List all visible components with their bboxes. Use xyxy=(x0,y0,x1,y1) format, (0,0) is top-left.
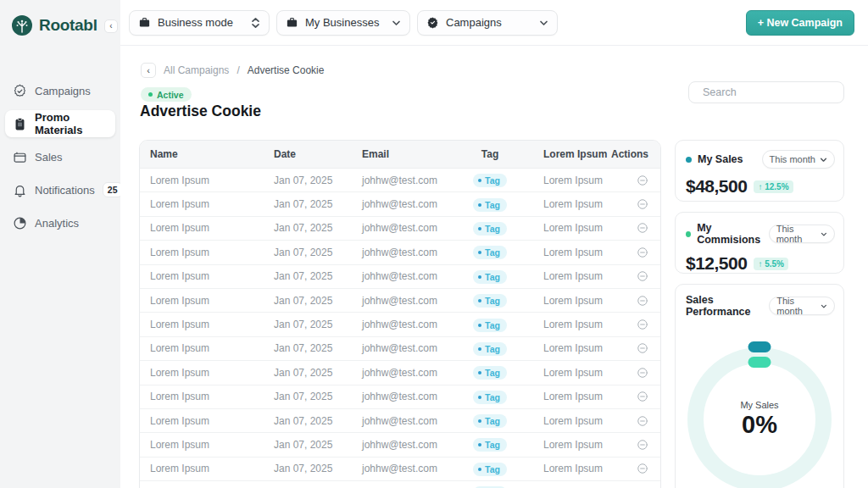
cell-date: Jan 07, 2025 xyxy=(264,439,352,451)
selector-label: My Businesses xyxy=(305,16,379,29)
new-campaign-button[interactable]: + New Campaign xyxy=(746,10,854,36)
cell-date: Jan 07, 2025 xyxy=(264,247,352,258)
row-actions-button[interactable] xyxy=(637,391,661,402)
cell-email: johhw@test.com xyxy=(352,463,453,474)
sidebar-collapse-button[interactable]: ‹ xyxy=(104,19,118,33)
bell-icon xyxy=(13,183,27,197)
my-sales-period-selector[interactable]: This month xyxy=(762,150,835,169)
cell-tag: Tag xyxy=(473,245,507,259)
table-row[interactable]: Lorem Ipsum Jan 07, 2025 johhw@test.com … xyxy=(140,265,660,289)
cell-date: Jan 07, 2025 xyxy=(264,463,352,474)
sidebar-item-analytics[interactable]: Analytics xyxy=(5,209,115,236)
column-header-tag: Tag xyxy=(481,148,498,160)
briefcase-icon xyxy=(138,16,151,29)
cell-lorem: Lorem Ipsum xyxy=(526,198,615,210)
row-actions-button[interactable] xyxy=(637,367,661,379)
table-row[interactable]: Lorem Ipsum Jan 07, 2025 johhw@test.com … xyxy=(140,217,660,241)
row-actions-button[interactable] xyxy=(637,319,661,330)
cell-lorem: Lorem Ipsum xyxy=(526,367,615,379)
notifications-count-badge: 25 xyxy=(103,182,123,197)
cell-date: Jan 07, 2025 xyxy=(264,342,352,354)
table-row[interactable]: Lorem Ipsum Jan 07, 2025 johhw@test.com … xyxy=(140,385,660,409)
search-box[interactable] xyxy=(688,81,844,103)
cell-email: johhw@test.com xyxy=(352,391,453,402)
row-actions-button[interactable] xyxy=(637,415,661,427)
table-row[interactable]: Lorem Ipsum Jan 07, 2025 johhw@test.com … xyxy=(140,241,660,264)
tag-label: Tag xyxy=(485,464,500,474)
cell-date: Jan 07, 2025 xyxy=(264,222,352,234)
row-actions-button[interactable] xyxy=(637,463,661,474)
cell-name: Lorem Ipsum xyxy=(140,319,264,330)
cell-name: Lorem Ipsum xyxy=(140,342,264,354)
cell-lorem: Lorem Ipsum xyxy=(526,222,615,234)
breadcrumb-separator: / xyxy=(236,64,239,76)
my-commissions-period-selector[interactable]: This month xyxy=(769,225,835,243)
cell-date: Jan 07, 2025 xyxy=(264,175,352,186)
sidebar-item-campaigns[interactable]: Campaigns xyxy=(5,77,115,104)
status-badge: Active xyxy=(141,87,192,102)
table-row[interactable]: Lorem Ipsum Jan 07, 2025 johhw@test.com … xyxy=(140,289,660,313)
row-actions-button[interactable] xyxy=(637,295,661,307)
more-options-icon xyxy=(637,247,648,258)
cell-date: Jan 07, 2025 xyxy=(264,295,352,307)
tag-pill: Tag xyxy=(473,366,507,380)
table-row[interactable]: Lorem Ipsum Jan 07, 2025 johhw@test.com … xyxy=(140,458,660,481)
cell-email: johhw@test.com xyxy=(352,415,453,427)
table-row[interactable]: Lorem Ipsum Jan 07, 2025 johhw@test.com … xyxy=(140,433,660,457)
cell-email: johhw@test.com xyxy=(352,175,453,186)
chevron-down-icon xyxy=(392,19,401,26)
row-actions-button[interactable] xyxy=(637,198,661,210)
cell-lorem: Lorem Ipsum xyxy=(526,342,615,354)
cell-name: Lorem Ipsum xyxy=(140,175,264,186)
badge-check-icon xyxy=(426,16,439,29)
table-row[interactable]: Lorem Ipsum Jan 07, 2025 johhw@test.com … xyxy=(140,192,660,216)
my-businesses-selector[interactable]: My Businesses xyxy=(276,10,410,36)
tag-pill: Tag xyxy=(473,319,507,332)
donut-center: My Sales 0% xyxy=(687,347,832,488)
row-actions-button[interactable] xyxy=(637,222,661,234)
table-row[interactable]: Lorem Ipsum Jan 07, 2025 johhw@test.com … xyxy=(140,313,660,336)
sales-performance-period-selector[interactable]: This month xyxy=(769,297,835,315)
row-actions-button[interactable] xyxy=(637,439,661,451)
more-options-icon xyxy=(637,367,648,379)
sidebar-item-notifications[interactable]: Notifications 25 xyxy=(5,176,115,203)
my-sales-value: $48,500 xyxy=(686,176,747,197)
business-mode-selector[interactable]: Business mode xyxy=(129,10,270,36)
cell-email: johhw@test.com xyxy=(352,319,453,330)
page-title: Advertise Cookie xyxy=(140,103,261,120)
cell-name: Lorem Ipsum xyxy=(140,295,264,307)
row-actions-button[interactable] xyxy=(637,342,661,354)
table-row[interactable]: Lorem Ipsum Jan 07, 2025 johhw@test.com … xyxy=(140,169,660,192)
cell-name: Lorem Ipsum xyxy=(140,439,264,451)
table-row[interactable]: Lorem Ipsum Jan 07, 2025 johhw@test.com … xyxy=(140,481,660,488)
cell-date: Jan 07, 2025 xyxy=(264,367,352,379)
teal-dot-icon xyxy=(686,157,692,163)
sidebar-item-label: Notifications xyxy=(35,184,95,197)
cell-date: Jan 07, 2025 xyxy=(264,319,352,330)
row-actions-button[interactable] xyxy=(637,270,661,282)
table-row[interactable]: Lorem Ipsum Jan 07, 2025 johhw@test.com … xyxy=(140,409,660,433)
status-label: Active xyxy=(157,90,184,100)
back-button[interactable]: ‹ xyxy=(141,63,156,78)
cell-name: Lorem Ipsum xyxy=(140,463,264,474)
tag-pill: Tag xyxy=(473,174,507,187)
cell-tag: Tag xyxy=(473,173,507,187)
row-actions-button[interactable] xyxy=(637,175,661,186)
sidebar-item-sales[interactable]: Sales xyxy=(5,143,115,170)
table-row[interactable]: Lorem Ipsum Jan 07, 2025 johhw@test.com … xyxy=(140,337,660,361)
tag-label: Tag xyxy=(485,416,500,426)
my-sales-label: My Sales xyxy=(698,153,743,165)
cell-tag: Tag xyxy=(473,269,507,284)
search-input[interactable] xyxy=(703,86,839,98)
sidebar-item-promo-materials[interactable]: Promo Materials xyxy=(5,110,115,137)
cell-lorem: Lorem Ipsum xyxy=(526,439,615,451)
campaigns-selector[interactable]: Campaigns xyxy=(417,10,558,36)
cell-lorem: Lorem Ipsum xyxy=(526,319,615,330)
breadcrumb-current: Advertise Cookie xyxy=(248,64,325,76)
row-actions-button[interactable] xyxy=(637,247,661,258)
donut-center-label: My Sales xyxy=(740,400,778,410)
breadcrumb-parent[interactable]: All Campaigns xyxy=(164,64,229,76)
chevron-down-icon xyxy=(820,157,827,163)
cell-lorem: Lorem Ipsum xyxy=(526,175,615,186)
table-row[interactable]: Lorem Ipsum Jan 07, 2025 johhw@test.com … xyxy=(140,361,660,385)
